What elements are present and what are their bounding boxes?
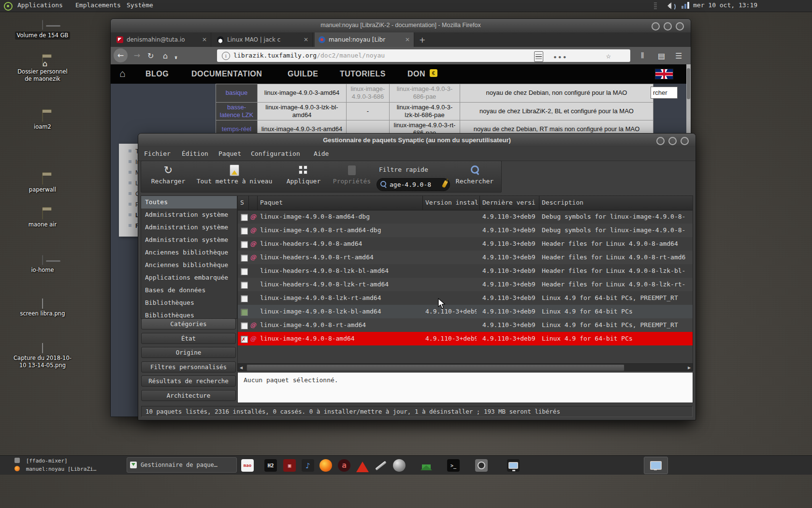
upgrade-all-button[interactable]: Tout mettre à niveau	[193, 163, 276, 185]
package-row[interactable]: @ linux-image-4.9.0-8-amd64-dbg 4.9.110-…	[238, 210, 693, 224]
category-item[interactable]: Anciennes bibliothèque	[141, 246, 237, 259]
bookmark-star-icon[interactable]: ☆	[606, 49, 611, 62]
site-info-icon[interactable]: i	[222, 52, 230, 60]
sidebar-icon[interactable]: ▤	[658, 51, 665, 60]
launcher-home-icon[interactable]	[419, 458, 434, 473]
desktop-icon-ioam2[interactable]: ioam2	[14, 112, 72, 131]
package-checkbox[interactable]	[241, 254, 248, 262]
tab-close-icon[interactable]: ✕	[401, 36, 410, 43]
view-origine-button[interactable]: Origine	[141, 347, 236, 358]
menu-configuration[interactable]: Configuration	[251, 150, 300, 157]
new-tab-button[interactable]: +	[419, 35, 425, 45]
view-categories-button[interactable]: Catégories	[141, 318, 236, 329]
package-checkbox[interactable]	[241, 214, 248, 221]
package-checkbox[interactable]	[241, 295, 248, 302]
uk-flag-icon[interactable]	[655, 69, 673, 79]
taskbar-item-ffado[interactable]: [ffado-mixer]	[14, 457, 68, 465]
kernel-link[interactable]: basse-latence LZK	[216, 102, 258, 120]
tab-close-icon[interactable]: ✕	[300, 36, 308, 43]
launcher-ardour-icon[interactable]: a	[336, 458, 352, 473]
nav-documentation[interactable]: DOCUMENTATION	[191, 70, 262, 78]
desktop-icon-io-home[interactable]: io-home	[14, 255, 72, 274]
nav-tutoriels[interactable]: TUTORIELS	[340, 70, 386, 78]
package-checkbox[interactable]	[241, 322, 248, 329]
horizontal-scrollbar[interactable]: ◀ ▶	[237, 363, 693, 371]
package-row[interactable]: linux-headers-4.9.0-8-lzk-rt-amd64 4.9.1…	[238, 278, 693, 291]
menu-fichier[interactable]: Fichier	[144, 150, 171, 157]
url-bar[interactable]: i librazik.tuxfamily.org/doc2/manuel/noy…	[217, 49, 630, 62]
home-icon[interactable]: ⌂	[163, 51, 168, 60]
tab-manuel-noyau[interactable]: manuel:noyau [Libr ✕	[315, 32, 414, 47]
nav-blog[interactable]: BLOG	[145, 70, 169, 78]
col-derniere-version[interactable]: Dernière versi	[482, 199, 536, 206]
menu-edition[interactable]: Édition	[182, 150, 208, 157]
launcher-jack-cone-icon[interactable]	[355, 458, 370, 473]
reader-mode-icon[interactable]	[534, 51, 543, 62]
col-version-installee[interactable]: Version instal	[425, 199, 478, 206]
taskbar-item-firefox[interactable]: manuel:noyau [LibraZi…	[14, 465, 96, 473]
library-icon[interactable]: ⫼	[641, 51, 644, 60]
tab-close-icon[interactable]: ✕	[198, 36, 207, 43]
page-actions-icon[interactable]: •••	[553, 51, 567, 64]
donate-badge-icon[interactable]: €	[430, 69, 437, 77]
category-item[interactable]: Administration système	[141, 234, 237, 246]
launcher-terminal-icon[interactable]: >_	[446, 458, 461, 473]
package-checkbox[interactable]	[241, 268, 248, 275]
menu-paquet[interactable]: Paquet	[218, 150, 241, 157]
back-button[interactable]: ←	[114, 48, 128, 62]
site-search-input[interactable]: rcher	[651, 87, 678, 99]
launcher-blade-icon[interactable]	[373, 458, 389, 473]
package-row[interactable]: linux-image-4.9.0-8-lzk-rt-amd64 4.9.110…	[238, 291, 693, 305]
col-paquet[interactable]: Paquet	[260, 199, 283, 206]
package-checkbox[interactable]	[241, 282, 248, 289]
launcher-firefox-icon[interactable]	[318, 458, 334, 473]
nav-guilde[interactable]: GUILDE	[288, 70, 318, 78]
quick-filter-input[interactable]: age-4.9.0-8	[377, 178, 450, 191]
category-item[interactable]: Toutes	[141, 196, 237, 209]
category-item[interactable]: Administration système	[141, 221, 237, 234]
col-description[interactable]: Description	[542, 199, 583, 206]
package-row[interactable]: linux-headers-4.9.0-8-lzk-bl-amd64 4.9.1…	[238, 264, 693, 278]
menu-emplacements[interactable]: Emplacements	[75, 1, 121, 9]
package-row[interactable]: @ linux-image-4.9.0-8-rt-amd64 4.9.110-3…	[238, 318, 693, 332]
clock[interactable]: mer 10 oct, 13:19	[693, 1, 757, 9]
reload-icon[interactable]: ↻	[147, 51, 154, 60]
launcher-monitor-icon[interactable]	[506, 458, 521, 473]
view-etat-button[interactable]: État	[141, 333, 236, 344]
col-state[interactable]: S	[240, 199, 244, 206]
minimize-button[interactable]	[652, 22, 660, 30]
notification-area-grip[interactable]	[654, 2, 657, 9]
forward-button[interactable]: →	[130, 48, 144, 62]
desktop-icon-paperwall[interactable]: paperwall	[14, 175, 72, 194]
launcher-mao-icon[interactable]: mao	[240, 458, 255, 473]
tab-denismahin[interactable]: denismahin@tuta.io ✕	[113, 32, 211, 47]
category-item[interactable]: Bibliothèques	[141, 309, 237, 319]
firefox-titlebar[interactable]: manuel:noyau [LibraZiK-2 - documentation…	[111, 19, 691, 33]
package-checkbox[interactable]	[241, 227, 248, 235]
close-button[interactable]	[676, 22, 684, 30]
search-button[interactable]: Rechercher	[450, 163, 499, 185]
site-home-icon[interactable]: ⌂	[119, 68, 126, 79]
launcher-hydrogen-icon[interactable]: H2	[263, 458, 278, 473]
maximize-button[interactable]	[668, 137, 677, 145]
launcher-sphere-icon[interactable]	[392, 458, 407, 473]
taskbar-item-synaptic-active[interactable]: Gestionnaire de paque…	[127, 457, 237, 473]
view-resultats-button[interactable]: Résultats de recherche	[141, 375, 236, 387]
apply-button[interactable]: Appliquer	[279, 163, 328, 185]
package-checkbox[interactable]	[241, 241, 248, 248]
nav-don[interactable]: DON	[407, 70, 425, 78]
package-row[interactable]: @ linux-headers-4.9.0-8-rt-amd64 4.9.110…	[238, 251, 693, 264]
menu-systeme[interactable]: Système	[127, 1, 153, 9]
synaptic-titlebar[interactable]: Gestionnaire de paquets Synaptic (au nom…	[138, 134, 696, 148]
scrollbar-thumb[interactable]	[246, 364, 624, 371]
desktop-icon-capture[interactable]: Capture du 2018-10-10 13-14-05.png	[14, 344, 72, 369]
reload-button[interactable]: ↻ Recharger	[145, 163, 191, 185]
close-button[interactable]	[681, 137, 689, 145]
hamburger-menu-icon[interactable]: ☰	[675, 51, 682, 60]
scroll-right-icon[interactable]: ▶	[688, 365, 691, 370]
desktop-icon-volume[interactable]: Volume de 154 GB	[14, 20, 72, 40]
launcher-camera-icon[interactable]	[474, 458, 489, 473]
package-row-marked-removal[interactable]: @ linux-image-4.9.0-8-amd64 4.9.110-3+de…	[238, 332, 693, 345]
category-item[interactable]: Bases de données	[141, 284, 237, 297]
maximize-button[interactable]	[664, 22, 672, 30]
